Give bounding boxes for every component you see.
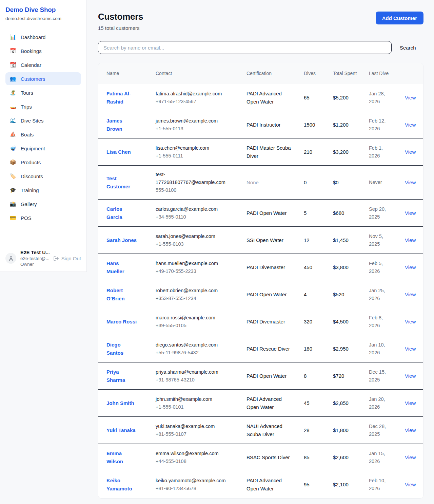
customer-certification: PADI Master Scuba Diver	[246, 144, 304, 160]
customer-name-link[interactable]: Emma Wilson	[106, 450, 123, 464]
customer-certification: PADI Instructor	[246, 121, 304, 129]
view-link[interactable]: View	[405, 237, 416, 243]
view-link[interactable]: View	[405, 180, 416, 185]
customer-total-spent: $1,200	[333, 121, 369, 129]
sidebar-item-discounts[interactable]: 🏷️ Discounts	[5, 170, 81, 183]
customer-last-dive: Jan 25, 2026	[369, 287, 405, 302]
search-button[interactable]: Search	[400, 42, 416, 53]
customer-phone: +1-555-0101	[156, 403, 230, 411]
sidebar-item-calendar[interactable]: 📆 Calendar	[5, 58, 81, 71]
column-header-dives: Dives	[304, 67, 333, 80]
sidebar-header: Demo Dive Shop demo.test.divestreams.com	[0, 0, 86, 26]
customer-name-link[interactable]: Lisa Chen	[106, 149, 131, 155]
view-link[interactable]: View	[405, 95, 416, 100]
sidebar-item-products[interactable]: 📦 Products	[5, 156, 81, 169]
view-link[interactable]: View	[405, 400, 416, 406]
sidebar-item-equipment[interactable]: 🤿 Equipment	[5, 142, 81, 155]
customer-last-dive: Feb 8, 2026	[369, 314, 405, 330]
customer-last-dive: Feb 5, 2026	[369, 260, 405, 275]
sidebar-item-label: Calendar	[21, 62, 41, 68]
shop-domain: demo.test.divestreams.com	[5, 16, 81, 21]
customer-name-link[interactable]: Marco Rossi	[106, 319, 137, 324]
column-header-name: Name	[106, 67, 156, 80]
view-link[interactable]: View	[405, 122, 416, 128]
customer-name-link[interactable]: Hans Mueller	[106, 260, 124, 274]
view-link[interactable]: View	[405, 346, 416, 352]
customer-dives: 320	[304, 318, 333, 326]
customer-dives: 180	[304, 345, 333, 353]
view-link[interactable]: View	[405, 149, 416, 155]
customer-name-link[interactable]: Fatima Al-Rashid	[106, 91, 131, 105]
customer-phone: 555-0100	[156, 186, 230, 194]
sign-out-button[interactable]: Sign Out	[53, 256, 81, 261]
customer-name-link[interactable]: Carlos Garcia	[106, 206, 122, 220]
view-link[interactable]: View	[405, 210, 416, 216]
customer-name-link[interactable]: Keiko Yamamoto	[106, 478, 132, 491]
customer-name-link[interactable]: James Brown	[106, 118, 122, 132]
customer-dives: 45	[304, 399, 333, 407]
sidebar-item-customers[interactable]: 👥 Customers	[5, 72, 81, 85]
customer-certification: NAUI Advanced Scuba Diver	[246, 422, 304, 438]
customer-email: emma.wilson@example.com	[156, 450, 230, 458]
sidebar-item-training[interactable]: 🎓 Training	[5, 184, 81, 197]
sign-out-label: Sign Out	[61, 256, 81, 261]
customer-name-link[interactable]: Yuki Tanaka	[106, 427, 136, 433]
page-title: Customers	[98, 12, 143, 22]
sidebar-item-label: Bookings	[21, 48, 42, 54]
sidebar-user-section: E2E Test U... e2e-tester@... Owner Sign …	[0, 245, 86, 272]
customer-email: yuki.tanaka@example.com	[156, 423, 230, 430]
sidebar-item-tours[interactable]: 🏝️ Tours	[5, 86, 81, 99]
customer-last-dive: Jan 10, 2026	[369, 341, 405, 357]
sidebar-item-bookings[interactable]: 📅 Bookings	[5, 44, 81, 57]
customer-email: john.smith@example.com	[156, 395, 230, 403]
search-input[interactable]	[98, 41, 392, 54]
sidebar-item-dive-sites[interactable]: 🌊 Dive Sites	[5, 114, 81, 127]
customer-total-spent: $0	[333, 179, 369, 187]
sidebar-item-label: Dashboard	[21, 34, 45, 40]
bookings-icon: 📅	[9, 48, 16, 54]
customer-name-link[interactable]: John Smith	[106, 400, 134, 406]
table-row: Emma Wilson emma.wilson@example.com +44-…	[98, 444, 423, 471]
customer-name-link[interactable]: Test Customer	[106, 175, 130, 189]
customer-email: hans.mueller@example.com	[156, 260, 230, 267]
customer-certification: PADI Advanced Open Water	[246, 477, 304, 493]
user-info: E2E Test U... e2e-tester@... Owner	[20, 250, 50, 267]
customer-dives: 4	[304, 291, 333, 299]
column-header-contact: Contact	[156, 67, 246, 80]
customer-name-link[interactable]: Diego Santos	[106, 342, 123, 356]
sidebar-item-dashboard[interactable]: 📊 Dashboard	[5, 31, 81, 43]
customer-name-link[interactable]: Priya Sharma	[106, 369, 125, 383]
customer-phone: +81-555-0107	[156, 430, 230, 438]
view-link[interactable]: View	[405, 427, 416, 433]
view-link[interactable]: View	[405, 292, 416, 297]
sidebar-item-label: Customers	[21, 76, 45, 82]
view-link[interactable]: View	[405, 264, 416, 270]
customer-name-link[interactable]: Sarah Jones	[106, 237, 137, 243]
view-link[interactable]: View	[405, 482, 416, 487]
customer-total-spent: $5,200	[333, 94, 369, 102]
customer-total-spent: $2,100	[333, 481, 369, 489]
column-header-last-dive: Last Dive	[369, 67, 405, 80]
sidebar-item-pos[interactable]: 💳 POS	[5, 211, 81, 224]
table-row: John Smith john.smith@example.com +1-555…	[98, 390, 423, 417]
sign-out-icon	[53, 256, 59, 261]
customer-phone: +55-11-99876-5432	[156, 349, 230, 357]
sidebar-item-gallery[interactable]: 📸 Gallery	[5, 198, 81, 210]
equipment-icon: 🤿	[9, 145, 16, 151]
customer-last-dive: Sep 20, 2025	[369, 205, 405, 221]
sidebar-item-boats[interactable]: ⛵ Boats	[5, 128, 81, 141]
table-row: Robert O'Brien robert.obrien@example.com…	[98, 281, 423, 308]
add-customer-button[interactable]: Add Customer	[376, 12, 423, 24]
training-icon: 🎓	[9, 187, 16, 193]
sidebar-item-trips[interactable]: 🚤 Trips	[5, 100, 81, 113]
customer-last-dive: Feb 12, 2026	[369, 117, 405, 133]
column-header-total-spent: Total Spent	[333, 67, 369, 80]
customer-dives: 95	[304, 481, 333, 489]
view-link[interactable]: View	[405, 319, 416, 324]
customer-name-link[interactable]: Robert O'Brien	[106, 287, 125, 301]
pos-icon: 💳	[9, 215, 16, 221]
customer-phone: +39-555-0105	[156, 322, 230, 330]
view-link[interactable]: View	[405, 454, 416, 460]
view-link[interactable]: View	[405, 373, 416, 379]
customer-email: keiko.yamamoto@example.com	[156, 477, 230, 485]
